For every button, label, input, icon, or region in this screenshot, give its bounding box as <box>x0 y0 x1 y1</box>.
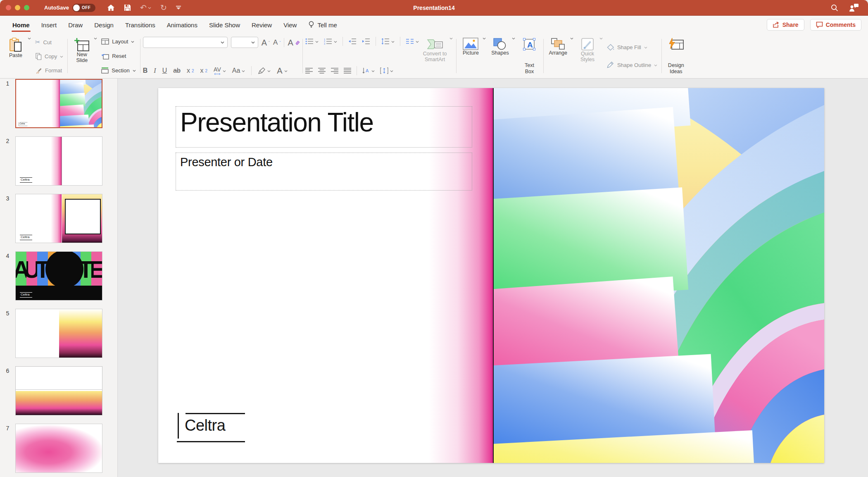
chevron-down-icon[interactable] <box>570 38 573 40</box>
paste-button[interactable]: Paste <box>5 37 26 59</box>
columns-button[interactable] <box>406 38 419 44</box>
shape-outline-button[interactable]: Shape Outline <box>607 62 657 68</box>
autosave-state: OFF <box>82 5 91 10</box>
increase-indent-button[interactable] <box>362 38 370 45</box>
tab-transitions[interactable]: Transitions <box>119 16 161 34</box>
tab-draw[interactable]: Draw <box>62 16 88 34</box>
clear-formatting-button[interactable]: A <box>288 38 300 47</box>
title-placeholder[interactable]: Presentation Title <box>176 106 472 148</box>
tab-view[interactable]: View <box>278 16 302 34</box>
tab-slide-show[interactable]: Slide Show <box>203 16 246 34</box>
home-quick-icon[interactable] <box>107 4 115 11</box>
shapes-button[interactable]: Shapes <box>489 37 511 57</box>
text-box-button[interactable]: A Text Box <box>518 37 540 75</box>
justify-button[interactable] <box>344 68 351 74</box>
bold-button[interactable]: B <box>143 67 148 74</box>
chevron-down-icon <box>223 70 226 72</box>
chevron-down-icon[interactable] <box>94 38 97 40</box>
share-button[interactable]: Share <box>767 19 804 31</box>
text-highlight-button[interactable] <box>258 67 271 74</box>
new-slide-button[interactable]: New Slide <box>71 37 93 64</box>
align-right-button[interactable] <box>331 68 338 74</box>
font-color-button[interactable]: A <box>277 67 287 75</box>
chevron-down-icon <box>371 70 375 72</box>
subscript-button[interactable]: x2 <box>200 67 208 74</box>
copy-button[interactable]: Copy <box>35 53 63 60</box>
slide-thumbnail-3[interactable]: 3 Celtra <box>0 194 117 243</box>
tab-home[interactable]: Home <box>7 16 36 34</box>
superscript-button[interactable]: x2 <box>187 67 194 74</box>
shrink-font-button[interactable]: Aˇ <box>273 39 281 46</box>
comments-button[interactable]: Comments <box>810 19 861 31</box>
undo-icon: ↶ <box>140 4 147 12</box>
chevron-down-icon <box>315 41 319 43</box>
slide-thumbnail-1[interactable]: 1 Celtra <box>0 79 117 128</box>
text-direction-button[interactable]: A <box>362 67 375 74</box>
tab-review[interactable]: Review <box>246 16 278 34</box>
text-direction-icon: A <box>362 67 370 74</box>
chevron-down-icon[interactable] <box>28 38 31 40</box>
cut-button[interactable]: ✂ Cut <box>35 38 63 46</box>
align-left-button[interactable] <box>305 68 313 74</box>
close-window-button[interactable] <box>6 5 11 10</box>
reset-button[interactable]: Reset <box>101 53 136 60</box>
layout-button[interactable]: Layout <box>101 38 136 45</box>
font-name-combobox[interactable] <box>143 37 228 48</box>
undo-quick-icon[interactable]: ↶ <box>140 4 151 12</box>
save-quick-icon[interactable] <box>124 4 131 11</box>
toggle-knob-icon <box>73 5 80 11</box>
arrange-button[interactable]: Arrange <box>547 37 568 57</box>
tab-tell-me[interactable]: Tell me <box>302 16 343 34</box>
tab-animations[interactable]: Animations <box>161 16 203 34</box>
slide-thumbnail-4[interactable]: 4 AUTOMATE Celtra <box>0 251 117 301</box>
slide-thumbnail-5[interactable]: 5 <box>0 309 117 358</box>
tab-insert[interactable]: Insert <box>36 16 63 34</box>
chevron-down-icon[interactable] <box>512 38 515 40</box>
slide-thumbnail-2[interactable]: 2 Celtra <box>0 136 117 186</box>
shape-fill-button[interactable]: Shape Fill <box>607 44 657 51</box>
decrease-indent-button[interactable] <box>348 38 357 45</box>
zoom-window-button[interactable] <box>24 5 29 10</box>
chevron-down-icon[interactable] <box>449 38 453 40</box>
font-size-combobox[interactable] <box>231 37 258 48</box>
contact-support-button[interactable] <box>849 4 859 12</box>
section-button[interactable]: Section <box>101 67 136 74</box>
search-button[interactable] <box>831 4 838 12</box>
chevron-down-icon[interactable] <box>483 38 486 40</box>
change-case-button[interactable]: Aa <box>232 67 245 74</box>
line-spacing-button[interactable] <box>381 38 395 45</box>
convert-smartart-button[interactable]: Convert to SmartArt <box>421 37 449 64</box>
new-slide-label: New Slide <box>76 52 88 64</box>
ribbon-toolbar: Paste ✂ Cut Copy <box>0 34 868 79</box>
chevron-down-icon <box>133 70 136 72</box>
quick-styles-button[interactable]: Quick Styles <box>577 37 598 64</box>
picture-button[interactable]: Picture <box>460 37 481 57</box>
italic-button[interactable]: I <box>154 67 156 74</box>
ribbon-tabs: Home Insert Draw Design Transitions Anim… <box>0 16 868 34</box>
bullets-button[interactable] <box>305 38 319 45</box>
strikethrough-button[interactable]: ab <box>173 67 181 74</box>
format-painter-button[interactable]: Format <box>35 67 63 74</box>
slide-thumbnail-7[interactable]: 7 <box>0 424 117 473</box>
minimize-window-button[interactable] <box>15 5 20 10</box>
autosave-toggle[interactable]: OFF <box>72 4 95 12</box>
numbering-button[interactable]: 123 <box>324 38 337 45</box>
slide-1-preview: Celtra <box>16 80 102 128</box>
design-ideas-button[interactable]: Design Ideas <box>665 37 687 75</box>
character-spacing-button[interactable]: AV <box>214 67 226 75</box>
underline-button[interactable]: U <box>162 67 167 74</box>
cover-artwork <box>493 88 824 463</box>
slide-thumbnail-6[interactable]: 6 <box>0 366 117 415</box>
grow-font-button[interactable]: Aˆ <box>262 38 270 47</box>
redo-quick-icon[interactable]: ↻ <box>160 4 167 12</box>
customize-toolbar-button[interactable] <box>176 6 181 10</box>
tab-design[interactable]: Design <box>88 16 119 34</box>
align-center-button[interactable] <box>318 68 326 74</box>
chevron-down-icon[interactable] <box>599 38 603 40</box>
align-text-vertical-button[interactable] <box>380 67 393 74</box>
autosave-label: AutoSave <box>44 5 69 11</box>
celtra-logo-mini: Celtra <box>20 235 32 240</box>
subtitle-placeholder[interactable]: Presenter or Date <box>176 153 472 191</box>
celtra-logo-mini: Celtra <box>20 177 32 183</box>
chevron-down-icon <box>131 41 134 43</box>
